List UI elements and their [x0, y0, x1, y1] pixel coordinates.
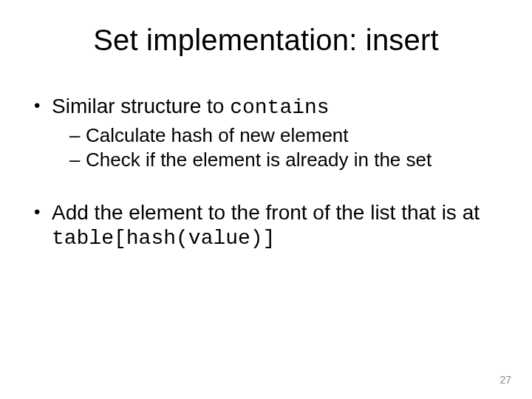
bullet-item: Add the element to the front of the list… — [33, 200, 499, 250]
bullet-text: Add the element to the front of the list… — [52, 201, 480, 224]
sub-bullet-list: Calculate hash of new element Check if t… — [69, 124, 499, 171]
bullet-text: Similar structure to — [52, 95, 230, 117]
bullet-list: Similar structure to contains Calculate … — [33, 94, 499, 250]
bullet-item: Similar structure to contains Calculate … — [33, 94, 499, 171]
sub-bullet-item: Check if the element is already in the s… — [69, 149, 499, 171]
sub-bullet-item: Calculate hash of new element — [69, 124, 499, 147]
slide: Set implementation: insert Similar struc… — [0, 0, 532, 399]
page-number: 27 — [499, 374, 511, 386]
code-inline: contains — [230, 96, 329, 119]
slide-title: Set implementation: insert — [33, 24, 499, 57]
code-inline: table[hash(value)] — [52, 227, 275, 250]
